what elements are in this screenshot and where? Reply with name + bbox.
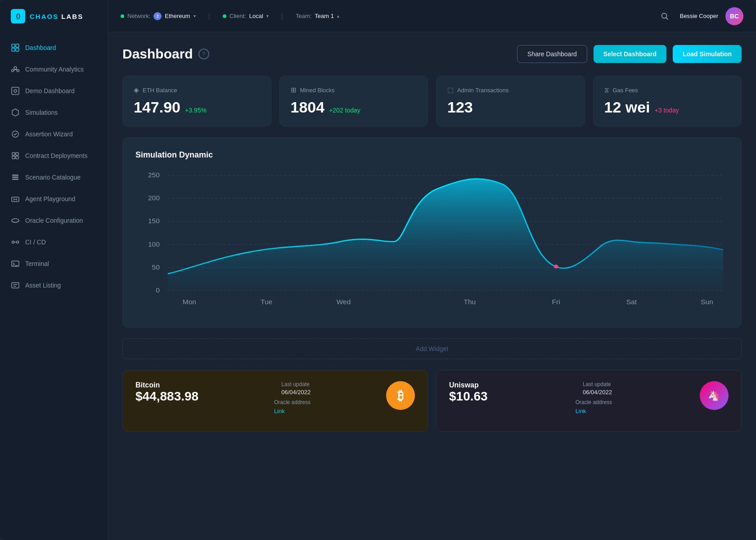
add-widget-bar[interactable]: Add Widget — [122, 338, 742, 359]
svg-text:Sun: Sun — [701, 298, 713, 305]
stat-change-eth: +3.95% — [185, 107, 207, 114]
main-content: Network: Ξ Ethereum ▾ | Client: Local ▾ … — [108, 0, 756, 540]
bitcoin-card-header: Bitcoin $44,883.98 Last update 06/04/202… — [135, 381, 415, 415]
svg-point-23 — [662, 13, 666, 18]
sidebar-item-agent-playground[interactable]: Agent Playground — [0, 188, 108, 210]
client-value: Local — [249, 13, 263, 19]
svg-text:200: 200 — [148, 195, 160, 202]
stat-value-admin: 123 — [447, 99, 473, 116]
logo-area: ⟨⟩ CHAOS LABS — [0, 0, 108, 32]
sidebar-item-dashboard[interactable]: Dashboard — [0, 37, 108, 58]
stat-label-gas: ⧖ Gas Fees — [604, 86, 731, 94]
sidebar-item-scenario-catalogue[interactable]: Scenario Catalogue — [0, 166, 108, 188]
sidebar-item-label: Demo Dashboard — [25, 87, 75, 94]
agent-playground-icon — [11, 194, 20, 203]
separator2: | — [281, 12, 283, 20]
search-button[interactable] — [657, 8, 673, 24]
team-value: Team 1 — [315, 13, 334, 19]
asset-card-bitcoin: Bitcoin $44,883.98 Last update 06/04/202… — [122, 370, 428, 432]
svg-text:150: 150 — [148, 218, 160, 225]
sidebar-item-asset-listing[interactable]: Asset Listing — [0, 274, 108, 296]
header-buttons: Share Dashboard Select Dashboard Load Si… — [517, 45, 742, 63]
svg-point-8 — [14, 90, 17, 92]
client-selector[interactable]: Client: Local ▾ — [223, 13, 269, 19]
chart-svg: 250 200 150 100 50 0 Mon Tue — [135, 171, 729, 315]
svg-rect-16 — [12, 179, 18, 180]
stat-card-gas-fees: ⧖ Gas Fees 12 wei +3 today — [593, 76, 742, 126]
uniswap-price: $10.63 — [449, 389, 488, 404]
stat-card-mined-blocks: ⊞ Mined Blocks 1804 +202 today — [279, 76, 428, 126]
eth-stat-icon: ◈ — [134, 86, 139, 94]
gas-stat-icon: ⧖ — [604, 86, 609, 94]
logo-text: CHAOS LABS — [30, 13, 83, 20]
load-simulation-button[interactable]: Load Simulation — [673, 45, 742, 63]
sidebar-item-terminal[interactable]: Terminal — [0, 253, 108, 274]
bitcoin-oracle-link[interactable]: Link — [274, 408, 285, 414]
svg-point-4 — [14, 67, 17, 69]
stat-value-row-eth: 147.90 +3.95% — [134, 99, 260, 116]
sidebar-item-label: Agent Playground — [25, 195, 75, 202]
svg-point-20 — [17, 241, 19, 243]
svg-text:Sat: Sat — [626, 298, 637, 305]
bitcoin-update-label: Last update — [281, 381, 310, 387]
uniswap-meta: Last update 06/04/2022 Oracle address Li… — [576, 381, 612, 415]
simulations-icon — [11, 108, 20, 117]
community-analytics-icon — [11, 65, 20, 74]
stat-value-eth: 147.90 — [134, 99, 180, 116]
sidebar-item-simulations[interactable]: Simulations — [0, 102, 108, 123]
svg-point-6 — [17, 70, 19, 72]
sidebar-item-demo-dashboard[interactable]: Demo Dashboard — [0, 80, 108, 102]
svg-rect-11 — [16, 153, 18, 155]
sidebar-item-assertion-wizard[interactable]: Assertion Wizard — [0, 123, 108, 145]
stat-value-gas: 12 wei — [604, 99, 650, 116]
sidebar-item-label: Terminal — [25, 260, 49, 267]
sidebar-item-label: Asset Listing — [25, 282, 61, 289]
svg-rect-12 — [12, 156, 15, 159]
share-dashboard-button[interactable]: Share Dashboard — [517, 45, 587, 63]
uniswap-oracle-link[interactable]: Link — [576, 408, 586, 414]
info-icon[interactable]: ? — [198, 49, 209, 59]
topbar-right: Bessie Cooper BC — [657, 7, 743, 25]
uniswap-update-label: Last update — [583, 381, 612, 387]
client-chevron-icon: ▾ — [266, 14, 269, 18]
sidebar: ⟨⟩ CHAOS LABS Dashboard — [0, 0, 108, 540]
team-selector[interactable]: Team: Team 1 ▴ — [296, 13, 339, 19]
bitcoin-name: Bitcoin — [135, 381, 198, 389]
svg-point-36 — [554, 265, 558, 269]
asset-listing-icon — [11, 281, 20, 290]
svg-text:50: 50 — [152, 264, 160, 271]
asset-card-uniswap: Uniswap $10.63 Last update 06/04/2022 Or… — [436, 370, 742, 432]
svg-rect-10 — [12, 153, 15, 155]
client-label: Client: — [230, 13, 246, 19]
sidebar-item-label: Simulations — [25, 109, 58, 116]
sidebar-item-contract-deployments[interactable]: Contract Deployments — [0, 145, 108, 166]
svg-text:Wed: Wed — [337, 298, 351, 305]
svg-text:Fri: Fri — [552, 298, 560, 305]
select-dashboard-button[interactable]: Select Dashboard — [594, 45, 666, 63]
stat-change-blocks: +202 today — [329, 107, 360, 114]
sidebar-item-label: Community Analytics — [25, 66, 84, 73]
oracle-configuration-icon — [11, 216, 20, 225]
stat-change-gas: +3 today — [655, 107, 679, 114]
stat-label-admin: ⬚ Admin Transactions — [447, 86, 574, 94]
sidebar-item-oracle-configuration[interactable]: Oracle Configuration — [0, 210, 108, 231]
sidebar-item-community-analytics[interactable]: Community Analytics — [0, 58, 108, 80]
stats-grid: ◈ ETH Balance 147.90 +3.95% ⊞ Mined Bloc… — [122, 76, 742, 126]
svg-text:0: 0 — [156, 287, 160, 294]
cicd-icon — [11, 238, 20, 247]
stat-value-row-admin: 123 — [447, 99, 574, 116]
eth-icon: Ξ — [153, 12, 162, 20]
sidebar-item-label: CI / CD — [25, 238, 46, 246]
uniswap-info: Uniswap $10.63 — [449, 381, 488, 404]
page-title: Dashboard — [122, 46, 193, 62]
user-avatar[interactable]: BC — [725, 7, 743, 25]
svg-rect-14 — [12, 175, 18, 176]
network-selector[interactable]: Network: Ξ Ethereum ▾ — [121, 12, 196, 20]
simulation-chart-card: Simulation Dynamic — [122, 137, 742, 328]
network-status-dot — [121, 14, 124, 18]
chart-area: 250 200 150 100 50 0 Mon Tue — [135, 171, 729, 315]
team-chevron-icon: ▴ — [337, 14, 339, 18]
stat-label-eth: ◈ ETH Balance — [134, 86, 260, 94]
logo-icon: ⟨⟩ — [11, 9, 25, 23]
sidebar-item-cicd[interactable]: CI / CD — [0, 231, 108, 253]
